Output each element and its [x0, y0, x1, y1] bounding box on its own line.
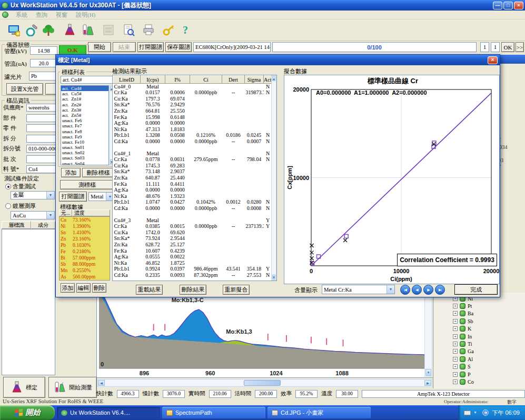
- element-tree-item[interactable]: +Co: [453, 378, 474, 385]
- reload-results-button[interactable]: 重載結果: [136, 285, 163, 295]
- results-column-header[interactable]: Sigma: [245, 76, 264, 84]
- standard-data-row[interactable]: Zn23.160%: [60, 236, 110, 242]
- element-tree-item[interactable]: +K: [453, 325, 471, 333]
- scroll-down-icon[interactable]: ▼: [425, 369, 431, 376]
- standard-list-item[interactable]: unact. Fe10: [61, 139, 108, 145]
- results-row[interactable]: Ag:Ka0.05550.0022: [113, 254, 272, 260]
- standard-data-row[interactable]: Pb0.1030%: [60, 242, 110, 248]
- expand-icon[interactable]: +: [453, 349, 458, 354]
- coating-type-combo[interactable]: AuCu ▼: [11, 211, 55, 219]
- content-test-radio[interactable]: 含量測試: [5, 183, 36, 191]
- results-row[interactable]: Ni:Ka46.8521.8725: [113, 259, 272, 266]
- results-row[interactable]: Cu4#_3MetalY: [113, 217, 272, 224]
- done-button[interactable]: 完成: [454, 284, 498, 295]
- standard-list-item[interactable]: act. Cu5#: [61, 91, 108, 96]
- standard-list-item[interactable]: act. Cu4#: [61, 86, 108, 91]
- results-row[interactable]: Zn:Ka664.8125.550: [113, 108, 272, 114]
- results-row[interactable]: Pb:Lb10.99240.0397986.46ppm43.541354.18Y: [113, 266, 272, 272]
- standard-list-item[interactable]: unact. Sn02: [61, 150, 108, 155]
- open-spectrum-button[interactable]: 打開圖譜: [137, 42, 164, 52]
- end-acquire-button[interactable]: 結束: [113, 42, 136, 52]
- spectrum-vscrollbar[interactable]: ▼: [424, 294, 432, 377]
- line-combo[interactable]: Metal Cr:Ka ▼: [322, 285, 395, 294]
- tube-current-field[interactable]: 20.0: [30, 59, 57, 67]
- expand-icon[interactable]: +: [453, 334, 458, 339]
- standard-list-item[interactable]: act. Zn2#: [61, 102, 108, 107]
- standard-list-item[interactable]: unact. Sn01: [61, 145, 108, 150]
- calibration-flask-icon[interactable]: [61, 22, 78, 38]
- standard-data-row[interactable]: Sn1.4100%: [60, 229, 110, 236]
- measure-tubes-icon[interactable]: [79, 22, 96, 38]
- element-tree-item[interactable]: +P: [453, 371, 471, 378]
- dialog-titlebar[interactable]: 標定 [Metal] ×: [56, 55, 500, 65]
- report-search-icon[interactable]: [120, 22, 137, 38]
- scroll-down-icon[interactable]: ▼: [272, 275, 275, 279]
- layer-column-header[interactable]: 層標識: [2, 221, 31, 229]
- element-tree-item[interactable]: +Ga: [453, 348, 474, 355]
- tray-arrow-icon[interactable]: ▾: [474, 410, 479, 415]
- results-row[interactable]: Fe:Ka10.6070.4239: [113, 247, 272, 254]
- maximize-button[interactable]: □: [503, 2, 513, 9]
- spectrum-chart[interactable]: Mo:Kb1,3-CMo:Kb1,3896960102410880: [99, 294, 424, 377]
- delete-results-button[interactable]: 刪除結果: [180, 285, 206, 295]
- results-row[interactable]: Cd:Ka0.00000.00000.0000ppb--0.0007N: [113, 138, 272, 144]
- expand-icon[interactable]: +: [453, 379, 458, 384]
- close-button[interactable]: ×: [514, 2, 523, 9]
- results-row[interactable]: Cr:Ka0.07780.0031279.65ppm--798.04N: [113, 156, 272, 163]
- element-tree-item[interactable]: +In: [453, 333, 472, 340]
- tree-view-icon[interactable]: [40, 22, 57, 38]
- results-row[interactable]: Zn:Ka640.8725.440: [113, 175, 272, 181]
- open-spectrum-dialog-button[interactable]: 打開圖譜: [59, 192, 87, 202]
- standard-list-item[interactable]: unact. Fe9: [61, 134, 108, 139]
- taskbar-task[interactable]: Cd.JPG - 小畫家: [268, 407, 371, 418]
- data-delete-button[interactable]: 刪除: [92, 283, 106, 293]
- start-measure-button[interactable]: 開始測量: [48, 377, 97, 398]
- results-row[interactable]: [113, 211, 272, 217]
- results-row[interactable]: Fe:Ka11.1110.4411: [113, 181, 272, 187]
- results-row[interactable]: Cu:Ka1742.069.620: [113, 229, 272, 236]
- measure-standard-button[interactable]: 測標樣: [60, 180, 114, 189]
- results-row[interactable]: Ag:Ka0.00000.0000: [113, 120, 272, 126]
- taskbar-task[interactable]: Ux WorkStation V6.4....: [57, 407, 160, 418]
- coating-type-dropdown-icon[interactable]: ▼: [46, 212, 54, 219]
- results-row[interactable]: Fe:Ka15.9980.6148: [113, 114, 272, 120]
- ok-button[interactable]: OK: [501, 42, 514, 52]
- more-button[interactable]: >>: [516, 42, 524, 52]
- results-row[interactable]: Sn:Ka*76.5762.9429: [113, 102, 272, 108]
- results-row[interactable]: Pb:Lb11.32080.05080.1216%0.01860.0245N: [113, 132, 272, 138]
- results-row[interactable]: Cu4#_0MetalN: [113, 84, 272, 90]
- start-menu-button[interactable]: 開始: [0, 405, 55, 420]
- mode-combo[interactable]: Metal ▼: [88, 192, 114, 201]
- standard-list-item[interactable]: unact. Fe6: [61, 118, 108, 123]
- expand-icon[interactable]: +: [453, 372, 458, 377]
- results-scrollbar[interactable]: ▲ ▼: [271, 75, 276, 281]
- expand-icon[interactable]: +: [453, 357, 458, 362]
- standard-data-row[interactable]: Sb88.000ppm: [60, 261, 110, 267]
- standard-data-row[interactable]: Ni1.3900%: [60, 223, 110, 229]
- results-column-header[interactable]: Dert: [222, 76, 245, 84]
- standard-current-field[interactable]: act. Cu4#: [61, 76, 114, 84]
- taskbar-task[interactable]: SpectrumPath: [162, 407, 265, 418]
- tube-voltage-field[interactable]: 14.98: [30, 46, 57, 55]
- expand-icon[interactable]: +: [453, 364, 458, 369]
- nav-prev-button[interactable]: ◀: [412, 285, 422, 295]
- spectrum-hscrollbar[interactable]: ◀ ▶: [97, 379, 432, 387]
- results-row[interactable]: Ag:Ka0.00000.0000: [113, 187, 272, 193]
- menu-item[interactable]: 視窗: [56, 11, 67, 19]
- component-column-header[interactable]: 成分: [31, 221, 55, 229]
- calibrate-button[interactable]: 標定: [3, 377, 45, 398]
- results-row[interactable]: Pb:Lb11.07470.04270.1042%0.00120.0280N: [113, 199, 272, 205]
- results-row[interactable]: Cd:Ka0.23350.009387.302ppm--27.553N: [113, 272, 272, 278]
- xrf-document-icon[interactable]: [100, 22, 117, 38]
- standard-add-button[interactable]: 添加: [61, 168, 81, 177]
- expand-icon[interactable]: +: [453, 342, 458, 346]
- nav-first-button[interactable]: |◀: [400, 285, 410, 295]
- standard-list-item[interactable]: act. Zn3#: [61, 107, 108, 113]
- concentration-column-header[interactable]: 濃度: [72, 209, 110, 216]
- nav-last-button[interactable]: ▶|: [435, 285, 445, 295]
- expand-icon[interactable]: +: [453, 311, 458, 316]
- element-tree-item[interactable]: +Pt: [453, 302, 472, 309]
- standard-data-table[interactable]: Cu73.160%Ni1.3900%Sn1.4100%Zn23.160%Pb0.…: [59, 216, 110, 281]
- results-row[interactable]: Cd:Ka0.00000.00000.0000ppb--0.0008N: [113, 205, 272, 211]
- spectrum-filename-field[interactable]: EC680K[CrOnly](2009-03-21 14-14-43: [193, 42, 271, 52]
